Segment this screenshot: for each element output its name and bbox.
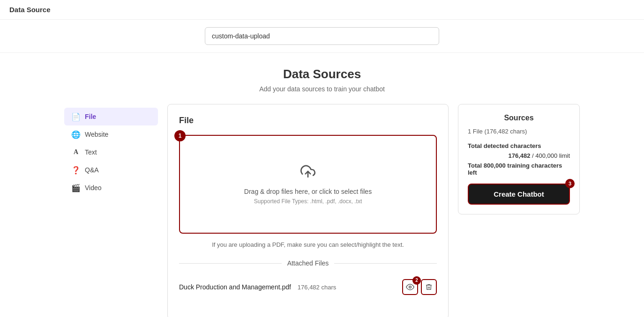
attached-files-label: Attached Files (287, 259, 329, 267)
sources-panel-title: Sources (468, 114, 570, 122)
sources-panel: Sources 1 File (176,482 chars) Total det… (458, 104, 580, 214)
drop-note: If you are uploading a PDF, make sure yo… (179, 241, 437, 248)
text-icon: A (72, 148, 80, 156)
video-icon: 🎬 (72, 184, 80, 192)
top-bar (0, 20, 644, 53)
sidebar-item-file[interactable]: 📄 File (64, 108, 158, 125)
page-header-title: Data Source (9, 6, 51, 14)
file-panel: File 1 Drag & drop files here, or click … (167, 104, 449, 317)
main-content: Data Sources Add your data sources to tr… (0, 53, 644, 317)
delete-file-button[interactable] (421, 279, 437, 295)
upload-icon (300, 164, 315, 182)
sidebar-item-video-label: Video (85, 184, 102, 192)
divider-right (334, 263, 437, 264)
create-chatbot-badge: 3 (565, 179, 575, 188)
file-row: Duck Production and Management.pdf 176,4… (179, 274, 437, 300)
sidebar-item-qa[interactable]: ❓ Q&A (64, 161, 158, 179)
drop-zone-hint: Supported File Types: .html, .pdf, .docx… (254, 198, 362, 205)
file-info: Duck Production and Management.pdf 176,4… (179, 283, 336, 291)
view-file-button[interactable] (402, 279, 418, 295)
divider-left (179, 263, 282, 264)
drop-zone-badge: 1 (174, 130, 186, 141)
file-chars: 176,482 chars (298, 284, 336, 291)
question-icon: ❓ (72, 166, 80, 174)
sidebar-item-qa-label: Q&A (85, 166, 99, 174)
page-title: Data Sources (283, 67, 361, 81)
page-subtitle: Add your data sources to train your chat… (259, 85, 385, 93)
chars-value: 176,482 (508, 152, 530, 159)
file-actions (402, 279, 437, 295)
file-panel-title: File (179, 116, 437, 125)
globe-icon: 🌐 (72, 130, 80, 139)
create-chatbot-button[interactable]: Create Chatbot (468, 184, 570, 205)
sidebar-item-text-label: Text (85, 148, 97, 156)
sidebar-item-file-label: File (85, 113, 96, 120)
chars-limit: / 400,000 limit (532, 152, 570, 159)
sidebar-item-website-label: Website (85, 131, 108, 138)
file-icon: 📄 (72, 112, 80, 121)
sources-file-count: 1 File (176,482 chars) (468, 128, 570, 135)
total-detected-label: Total detected characters (468, 142, 541, 149)
drop-zone-text: Drag & drop files here, or click to sele… (244, 188, 372, 195)
sidebar-item-website[interactable]: 🌐 Website (64, 125, 158, 143)
create-chatbot-label: Create Chatbot (494, 190, 544, 198)
attached-files-divider: Attached Files (179, 259, 437, 267)
chars-left: Total 800,000 training characters left (468, 162, 570, 176)
chars-detail: 176,482 / 400,000 limit (468, 152, 570, 159)
sidebar-item-video[interactable]: 🎬 Video (64, 179, 158, 197)
chatbot-name-input[interactable] (205, 27, 439, 45)
file-name: Duck Production and Management.pdf (179, 283, 291, 291)
file-drop-zone[interactable]: 1 Drag & drop files here, or click to se… (179, 135, 437, 234)
sidebar-item-text[interactable]: A Text (64, 143, 158, 161)
sidebar: 📄 File 🌐 Website A Text ❓ Q&A 🎬 Video (64, 104, 158, 317)
svg-point-1 (409, 286, 412, 288)
page-header: Data Source (0, 0, 644, 20)
content-area: 📄 File 🌐 Website A Text ❓ Q&A 🎬 Video (64, 104, 580, 317)
